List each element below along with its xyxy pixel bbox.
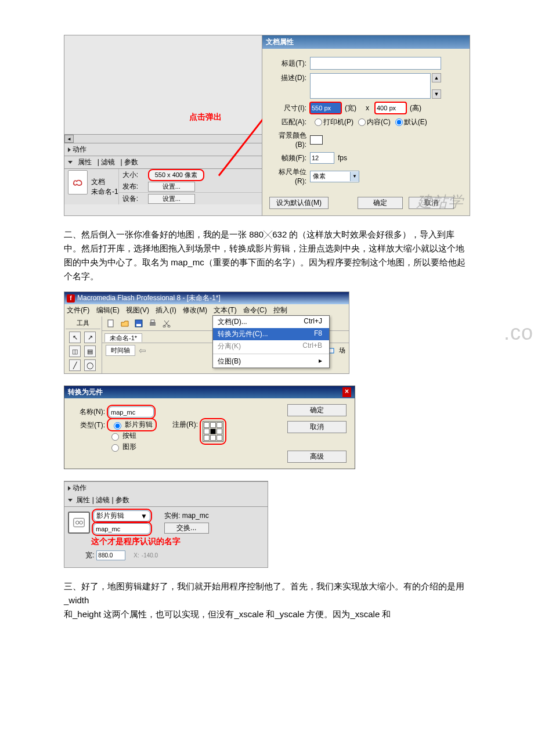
- ok-button[interactable]: 确定: [358, 197, 403, 209]
- cut-icon[interactable]: [161, 318, 172, 329]
- match-content-label: 内容(C): [367, 117, 391, 127]
- new-icon[interactable]: [106, 318, 116, 329]
- menu-break[interactable]: 分离(K)Ctrl+B: [213, 340, 329, 352]
- menu-document[interactable]: 文档(D)...Ctrl+J: [213, 316, 329, 328]
- instance-value: map_mc: [182, 512, 209, 520]
- scroll-up-icon[interactable]: ▲: [432, 73, 441, 82]
- lasso-tool-icon[interactable]: ◯: [84, 359, 96, 371]
- instance-name-input[interactable]: [93, 523, 150, 534]
- size-button[interactable]: 550 x 400 像素: [148, 169, 204, 181]
- timeline-label[interactable]: 时间轴: [106, 345, 135, 356]
- publish-settings-button[interactable]: 设置...: [148, 182, 195, 192]
- ide-titlebar: f Macromedia Flash Professional 8 - [未命名…: [64, 292, 349, 304]
- menu-insert[interactable]: 插入(I): [156, 306, 176, 314]
- actions-panel-header[interactable]: 动作: [64, 143, 262, 156]
- device-label: 设备:: [122, 194, 148, 204]
- height-input[interactable]: [375, 102, 406, 114]
- flash-logo-icon: f: [67, 294, 75, 303]
- tab-properties-2[interactable]: 属性: [76, 496, 90, 504]
- convert-advanced-button[interactable]: 高级: [287, 451, 347, 463]
- match-default-radio[interactable]: [395, 118, 403, 126]
- menu-bitmap[interactable]: 位图(B)▸: [213, 355, 329, 368]
- tab-params[interactable]: 参数: [124, 158, 138, 166]
- size-label: 大小:: [122, 170, 148, 180]
- actions-panel-header-2[interactable]: 动作: [64, 481, 268, 494]
- scroll-down-icon[interactable]: ▼: [432, 89, 441, 99]
- ruler-label: 标尺单位(R):: [269, 167, 306, 185]
- menu-text[interactable]: 文本(T): [214, 306, 236, 314]
- selection-tool-icon[interactable]: ↖: [69, 332, 81, 343]
- height-unit: (高): [410, 103, 421, 113]
- match-content-radio[interactable]: [358, 118, 366, 126]
- tab-params-2[interactable]: 参数: [116, 496, 129, 504]
- menu-convert-symbol[interactable]: 转换为元件(C)...F8: [213, 328, 329, 340]
- convert-ok-button[interactable]: 确定: [287, 404, 347, 416]
- set-default-button[interactable]: 设为默认值(M): [269, 197, 329, 209]
- scroll-left-icon[interactable]: ◄: [64, 135, 74, 143]
- click-popup-label: 点击弹出: [189, 112, 222, 123]
- width-value-input[interactable]: [96, 550, 125, 560]
- modify-menu-popup: 文档(D)...Ctrl+J 转换为元件(C)...F8 分离(K)Ctrl+B…: [212, 315, 330, 368]
- actions-label: 动作: [73, 145, 86, 153]
- close-icon[interactable]: ×: [342, 387, 351, 397]
- menu-file[interactable]: 文件(F): [67, 306, 89, 314]
- instance-name-note: 这个才是程序认识的名字: [68, 537, 264, 547]
- swap-button[interactable]: 交换...: [164, 523, 209, 534]
- match-printer-radio[interactable]: [315, 118, 322, 126]
- publish-label: 发布:: [122, 182, 148, 192]
- property-inspector: 文档 未命名-1 大小: 550 x 400 像素 发布: 设置... 设备:: [64, 168, 262, 204]
- menu-cmd[interactable]: 命令(C): [243, 306, 267, 314]
- title-input[interactable]: [310, 57, 441, 70]
- desc-label: 描述(D):: [269, 73, 306, 83]
- desc-textarea[interactable]: [310, 73, 431, 99]
- tab-properties[interactable]: 属性: [78, 158, 92, 166]
- watermark-com: .com: [504, 321, 534, 345]
- save-icon[interactable]: [134, 318, 144, 329]
- free-transform-tool-icon[interactable]: ◫: [69, 345, 81, 357]
- device-settings-button[interactable]: 设置...: [148, 194, 195, 204]
- type-graphic-radio[interactable]: [111, 444, 119, 452]
- registration-grid[interactable]: [203, 421, 223, 442]
- stage-panel: ◄ 动作 属性 | 滤镜 | 参数 文档 未命名-1: [64, 35, 262, 215]
- match-label: 匹配(A):: [269, 117, 306, 127]
- tab-filters[interactable]: 滤镜: [101, 158, 115, 166]
- tab-filters-2[interactable]: 滤镜: [96, 496, 110, 504]
- subselect-tool-icon[interactable]: ↗: [84, 332, 96, 343]
- match-printer-label: 打印机(P): [323, 117, 353, 127]
- figure-doc-properties: ◄ 动作 属性 | 滤镜 | 参数 文档 未命名-1: [64, 35, 470, 216]
- line-tool-icon[interactable]: ╱: [69, 359, 81, 371]
- gradient-tool-icon[interactable]: ▤: [84, 345, 96, 357]
- fps-input[interactable]: [310, 152, 334, 164]
- convert-cancel-button[interactable]: 取消: [287, 421, 347, 433]
- match-default-label: 默认(E): [404, 117, 427, 127]
- back-icon[interactable]: ⇦: [139, 345, 146, 356]
- figure-properties-panel: 动作 属性 | 滤镜 | 参数 影片剪辑▼ 实例: map_mc 交换...: [64, 481, 268, 568]
- bgcolor-label: 背景颜色(B):: [269, 131, 306, 149]
- scrollbar-horizontal[interactable]: ◄: [64, 134, 262, 143]
- cancel-button[interactable]: 取消: [409, 197, 454, 209]
- dim-x: x: [366, 104, 369, 112]
- menu-modify[interactable]: 修改(M): [183, 306, 207, 314]
- print-icon[interactable]: [147, 318, 158, 329]
- x-label: X:: [134, 552, 139, 559]
- open-icon[interactable]: [120, 318, 130, 329]
- bgcolor-swatch[interactable]: [310, 135, 323, 145]
- type-button-radio[interactable]: [111, 433, 119, 441]
- menu-edit[interactable]: 编辑(E): [96, 306, 120, 314]
- symbol-type-select[interactable]: 影片剪辑▼: [93, 510, 150, 521]
- dialog-title: 文档属性: [262, 35, 470, 49]
- document-tab[interactable]: 未命名-1*: [104, 333, 142, 342]
- menu-control[interactable]: 控制: [273, 306, 287, 314]
- symbol-name-input[interactable]: [109, 406, 154, 417]
- dim-label: 尺寸(I):: [269, 103, 306, 113]
- type-button-label: 按钮: [122, 431, 136, 441]
- scene-label: 场: [339, 346, 345, 355]
- type-movieclip-radio[interactable]: [114, 422, 121, 430]
- ruler-select[interactable]: 像素▼: [310, 171, 359, 182]
- chevron-down-icon: ▼: [140, 512, 147, 520]
- svg-rect-0: [108, 320, 113, 327]
- x-value: -140.0: [142, 552, 158, 559]
- paragraph-2: 二、然后倒入一张你准备好的地图，我的是一张 880╳632 的（这样放大时效果会…: [64, 228, 470, 283]
- width-input[interactable]: [310, 102, 341, 114]
- menu-view[interactable]: 视图(V): [126, 306, 149, 314]
